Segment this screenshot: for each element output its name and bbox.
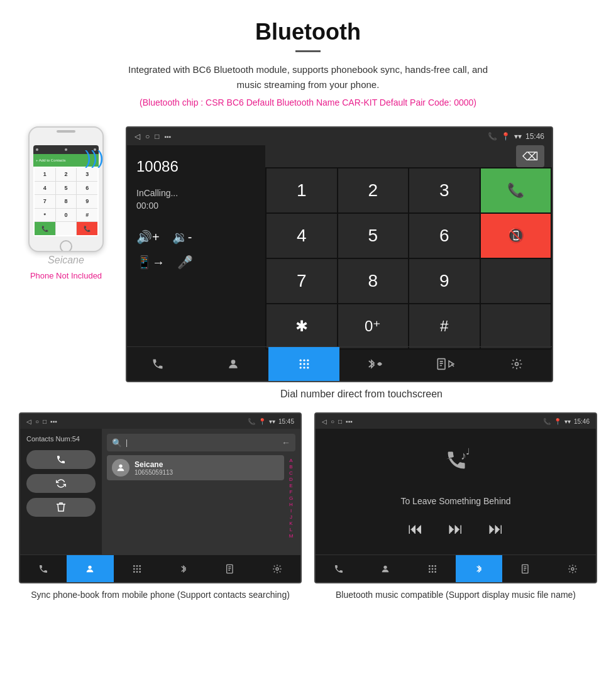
phone-key-6[interactable]: 6 <box>77 182 97 195</box>
phone-key-4[interactable]: 4 <box>35 182 55 195</box>
svg-point-39 <box>571 568 574 570</box>
alpha-e: E <box>289 483 292 488</box>
wifi-icon: ▾▾ <box>514 132 522 141</box>
contact-list: Seicane 10655059113 <box>107 455 284 541</box>
mu-nav-phone[interactable] <box>316 555 362 582</box>
svg-point-3 <box>303 360 305 361</box>
svg-point-12 <box>515 363 518 366</box>
pb-nav-phone[interactable] <box>20 555 67 582</box>
svg-point-35 <box>429 571 431 573</box>
contact-item[interactable]: Seicane 10655059113 <box>107 455 284 480</box>
pb-back-icon: ◁ <box>26 418 31 425</box>
mu-home-icon: ○ <box>331 418 334 425</box>
alphabet-sidebar: A B C D E F G H I J K L M <box>287 455 295 541</box>
phone-home-button[interactable] <box>60 240 72 252</box>
phone-key-0[interactable]: 0 <box>56 209 77 222</box>
music-screen: ◁ ○ □ ▪▪▪ 📞 📍 ▾▾ 15:46 <box>314 412 597 583</box>
page-title: Bluetooth <box>13 19 603 45</box>
pb-nav-dialpad[interactable] <box>114 555 160 582</box>
pb-nav-settings[interactable] <box>254 555 300 582</box>
status-dot <box>36 148 38 151</box>
svg-point-20 <box>139 568 141 570</box>
mu-nav-phonebook[interactable] <box>502 555 549 582</box>
nav-settings[interactable] <box>481 346 552 381</box>
next-track-button[interactable]: ⏭ <box>488 520 503 538</box>
volume-controls-row: 🔊+ 🔉- <box>136 229 256 245</box>
music-song-title: To Leave Something Behind <box>400 496 510 506</box>
phone-key-endcall[interactable]: 📞 <box>77 222 97 235</box>
phone-key-1[interactable]: 1 <box>35 168 55 181</box>
refresh-action-btn[interactable] <box>26 474 96 493</box>
svg-point-9 <box>303 367 305 368</box>
svg-point-7 <box>307 363 309 365</box>
music-caption: Bluetooth music compatible (Support disp… <box>336 588 576 602</box>
alpha-a: A <box>289 458 292 463</box>
nav-contacts[interactable] <box>198 346 269 381</box>
backspace-button[interactable]: ⌫ <box>516 145 544 167</box>
svg-point-6 <box>303 363 305 365</box>
svg-point-5 <box>299 363 301 365</box>
phone-key-empty1 <box>56 222 77 235</box>
svg-point-18 <box>133 568 135 570</box>
alpha-i: I <box>290 508 292 514</box>
music-nav-bar <box>316 554 596 582</box>
volume-down-icon[interactable]: 🔉- <box>172 229 192 245</box>
main-caption: Dial number direct from touchscreen <box>126 389 597 400</box>
alpha-m: M <box>289 533 294 539</box>
phone-key-8[interactable]: 8 <box>56 195 77 208</box>
pb-nav-bluetooth[interactable] <box>160 555 207 582</box>
prev-track-button[interactable]: ⏮ <box>408 520 423 538</box>
call-action-btn[interactable] <box>26 450 96 469</box>
music-controls: ⏮ ⏭ ⏭ <box>408 520 503 538</box>
contact-name: Seicane <box>135 460 279 469</box>
seicane-watermark: Seicane <box>48 255 84 266</box>
mu-nav-contacts[interactable] <box>362 555 409 582</box>
nav-dialpad[interactable] <box>268 346 339 381</box>
phonebook-caption-text: Sync phone-book from mobile phone (Suppo… <box>31 590 290 600</box>
mu-square-icon: □ <box>338 418 342 425</box>
svg-point-32 <box>429 568 431 570</box>
delete-action-btn[interactable] <box>26 498 96 517</box>
phone-key-7[interactable]: 7 <box>35 195 55 208</box>
contact-info: Seicane 10655059113 <box>135 460 279 476</box>
phonebook-status-bar: ◁ ○ □ ▪▪▪ 📞 📍 ▾▾ 15:45 <box>20 414 300 429</box>
transfer-icon[interactable]: 📱→ <box>136 255 165 270</box>
pb-wifi-icon: ▾▾ <box>269 418 275 425</box>
car-status-bar: ◁ ○ □ ▪▪▪ 📞 📍 ▾▾ 15:46 <box>127 128 552 145</box>
svg-point-28 <box>384 565 387 568</box>
mu-nav-settings[interactable] <box>549 555 596 582</box>
phone-key-9[interactable]: 9 <box>77 195 97 208</box>
bluetooth-waves-icon: ))) <box>85 145 116 181</box>
mute-icon[interactable]: 🎤 <box>177 255 193 270</box>
mu-nav-bluetooth[interactable] <box>456 555 502 582</box>
pb-nav-phonebook[interactable] <box>207 555 253 582</box>
phonebook-caption: Sync phone-book from mobile phone (Suppo… <box>31 588 290 602</box>
page-header: Bluetooth Integrated with BC6 Bluetooth … <box>0 0 616 126</box>
mu-nav-dialpad[interactable] <box>409 555 456 582</box>
square-icon: □ <box>155 132 159 141</box>
svg-point-29 <box>429 565 431 567</box>
nav-phone-book[interactable] <box>410 346 481 381</box>
mu-wifi-icon: ▾▾ <box>564 418 571 425</box>
volume-up-icon[interactable]: 🔊+ <box>136 229 160 245</box>
phonebook-content: Contacts Num:54 🔍 | <box>20 429 300 554</box>
mu-status-left: ◁ ○ □ ▪▪▪ <box>322 418 353 425</box>
pb-location-icon: 📍 <box>258 418 266 425</box>
phone-key-5[interactable]: 5 <box>56 182 77 195</box>
nav-phone[interactable] <box>127 346 198 381</box>
phone-key-call[interactable]: 📞 <box>35 222 55 235</box>
play-pause-button[interactable]: ⏭ <box>448 520 463 538</box>
phone-key-hash[interactable]: # <box>77 209 97 222</box>
status-dot-2 <box>65 148 67 151</box>
nav-bluetooth[interactable] <box>339 346 410 381</box>
phone-key-2[interactable]: 2 <box>56 168 77 181</box>
svg-text:♩: ♩ <box>466 446 470 456</box>
music-phone-svg: ♪ ♩ <box>437 446 475 483</box>
contact-number: 10655059113 <box>135 469 279 476</box>
back-icon: ◁ <box>135 132 140 141</box>
phone-key-star[interactable]: * <box>35 209 55 222</box>
signal-icon: ▪▪▪ <box>165 133 172 140</box>
pb-time: 15:45 <box>278 418 294 425</box>
pb-nav-contacts[interactable] <box>67 555 113 582</box>
car-dialer-screen: ◁ ○ □ ▪▪▪ 📞 📍 ▾▾ 15:46 10086 <box>126 126 553 382</box>
